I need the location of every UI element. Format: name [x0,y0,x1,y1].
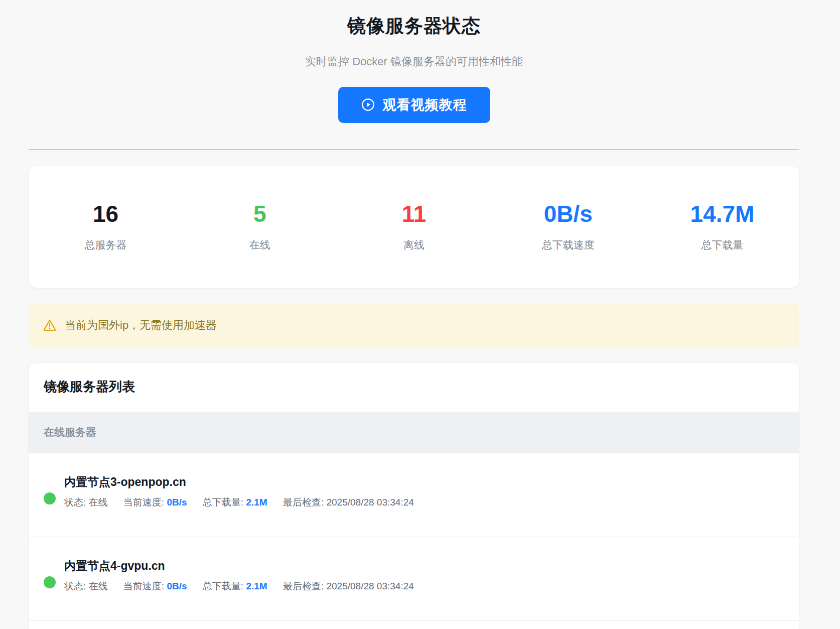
server-last-check: 最后检查: 2025/08/28 03:34:24 [283,581,414,591]
stat-offline-label: 离线 [337,238,491,252]
server-meta: 状态: 在线 当前速度: 0B/s 总下载量: 2.1M 最后检查: 2025/… [64,580,784,592]
server-speed: 当前速度: 0B/s [123,497,187,508]
warning-triangle-icon [43,318,57,332]
stat-total-speed-value: 0B/s [491,201,645,227]
watch-video-button[interactable]: 观看视频教程 [338,87,490,123]
stat-offline: 11 离线 [337,201,491,252]
stat-total-servers-label: 总服务器 [29,238,183,252]
stat-total-servers-value: 16 [29,201,183,227]
server-last-check: 最后检查: 2025/08/28 03:34:24 [283,497,414,508]
stat-total-speed: 0B/s 总下载速度 [491,201,645,252]
stats-summary-card: 16 总服务器 5 在线 11 离线 0B/s 总下载速度 14.7M 总下载量 [29,166,799,288]
stat-online-value: 5 [183,201,337,227]
server-row: 内置节点4-gvpu.cn 状态: 在线 当前速度: 0B/s 总下载量: 2.… [29,537,799,621]
server-name: 内置节点4-gvpu.cn [64,558,784,573]
stat-offline-value: 11 [337,201,491,227]
stat-online: 5 在线 [183,201,337,252]
server-meta: 状态: 在线 当前速度: 0B/s 总下载量: 2.1M 最后检查: 2025/… [64,496,784,509]
warning-text: 当前为国外ip，无需使用加速器 [65,318,217,333]
online-status-dot [44,492,56,505]
stat-online-label: 在线 [183,238,337,252]
server-list-card: 镜像服务器列表 在线服务器 内置节点3-openpop.cn 状态: 在线 当前… [29,363,799,629]
server-row: 内置节点3-openpop.cn 状态: 在线 当前速度: 0B/s 总下载量:… [29,453,799,537]
page-title: 镜像服务器状态 [29,15,799,37]
section-divider [29,149,799,150]
online-servers-section-header: 在线服务器 [29,412,799,453]
online-status-dot [44,576,56,588]
stat-total-speed-label: 总下载速度 [491,238,645,252]
server-list-title: 镜像服务器列表 [29,363,799,412]
server-name: 内置节点3-openpop.cn [64,474,784,489]
server-status: 状态: 在线 [64,581,108,591]
server-total-download: 总下载量: 2.1M [203,581,267,591]
server-speed: 当前速度: 0B/s [123,581,187,591]
page-content: 镜像服务器状态 实时监控 Docker 镜像服务器的可用性和性能 观看视频教程 … [29,0,799,629]
server-total-download: 总下载量: 2.1M [203,497,267,508]
hero-section: 镜像服务器状态 实时监控 Docker 镜像服务器的可用性和性能 观看视频教程 [29,0,799,123]
server-status: 状态: 在线 [64,497,108,508]
stat-total-download-value: 14.7M [645,201,799,227]
play-icon [361,98,375,111]
stat-total-download-label: 总下载量 [645,238,799,252]
watch-video-button-label: 观看视频教程 [383,96,467,114]
stat-total-servers: 16 总服务器 [29,201,183,252]
warning-banner: 当前为国外ip，无需使用加速器 [29,303,799,348]
page-subtitle: 实时监控 Docker 镜像服务器的可用性和性能 [29,55,799,68]
stat-total-download: 14.7M 总下载量 [645,201,799,252]
